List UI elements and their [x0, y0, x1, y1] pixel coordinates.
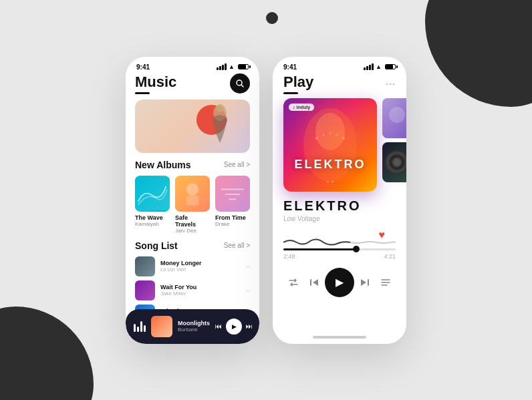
album-grid: The Wave Kamaiyah — [135, 176, 250, 234]
song-item-1[interactable]: Money Longer Lil Uzi Vert ··· — [135, 256, 250, 276]
album-cover-pink — [215, 176, 250, 212]
progress-dot[interactable] — [353, 246, 360, 252]
album-heart-badge: ⌃⌃ — [325, 180, 335, 186]
new-albums-see-all[interactable]: See all > — [224, 161, 250, 168]
now-playing-bar: Moonlights Burbank ⏮ ▶ ⏭ — [126, 309, 259, 344]
search-icon — [236, 79, 244, 87]
song-2-name: Wait For You — [160, 284, 240, 290]
now-playing-info: Moonlights Burbank — [178, 320, 210, 333]
album-item-3[interactable]: From Time Drake — [215, 176, 250, 234]
music-header: Music — [135, 73, 250, 94]
play-title: Play — [283, 73, 313, 91]
play-title-underline — [283, 92, 298, 94]
play-pause-button[interactable]: ▶ — [325, 268, 354, 297]
progress-times: 2:48 4:21 — [283, 253, 396, 260]
svg-rect-4 — [135, 176, 170, 210]
player-content: Play ··· — [273, 73, 406, 332]
equalizer-icon — [134, 321, 146, 332]
repeat-icon — [288, 277, 299, 288]
repeat-button[interactable] — [284, 273, 303, 292]
phones-container: 9:41 ▲ Music — [126, 57, 406, 344]
side-albums — [382, 98, 406, 182]
waveform — [283, 234, 396, 250]
progress-total: 4:21 — [384, 253, 396, 260]
song-thumb-1 — [135, 256, 155, 276]
play-title-block: Play — [283, 73, 313, 94]
song-item-2[interactable]: Wait For You Jake Miller ··· — [135, 280, 250, 301]
np-play-button[interactable]: ▶ — [226, 319, 242, 335]
prev-button[interactable] — [305, 273, 323, 292]
song-list-title: Song List — [135, 240, 178, 251]
track-title: ELEKTRO — [283, 198, 396, 214]
svg-rect-21 — [310, 279, 311, 286]
album-1-artist: Kamaiyah — [135, 221, 159, 227]
main-album-art: ♪ induly ELEKTRO ⌃⌃ — [283, 98, 377, 192]
svg-point-6 — [186, 183, 199, 196]
signal-icon — [217, 63, 227, 70]
battery-icon — [238, 64, 249, 69]
hero-figure — [203, 103, 237, 150]
new-albums-title: New Albums — [135, 160, 191, 170]
player-controls: ▶ — [283, 268, 396, 297]
time-1: 9:41 — [136, 63, 150, 71]
battery-icon-2 — [385, 64, 396, 69]
next-icon — [360, 277, 370, 288]
play-header: Play ··· — [283, 73, 396, 94]
signal-icon-2 — [364, 63, 374, 70]
vinyl-disc — [385, 150, 406, 174]
svg-rect-22 — [368, 279, 369, 286]
blob-decoration-bottom-left — [0, 307, 94, 400]
now-playing-name: Moonlights — [178, 320, 210, 327]
album-2-name: Safe Travels — [175, 214, 210, 228]
song-1-artist: Lil Uzi Vert — [160, 266, 240, 272]
music-title-underline — [135, 92, 150, 94]
album-item-1[interactable]: The Wave Kamaiyah — [135, 176, 170, 234]
album-3-name: From Time — [215, 214, 246, 221]
np-prev-button[interactable]: ⏮ — [215, 323, 222, 330]
wifi-icon: ▲ — [229, 63, 235, 70]
more-options-button[interactable]: ··· — [386, 78, 396, 89]
album-1-name: The Wave — [135, 214, 163, 221]
status-bar-2: 9:41 ▲ — [273, 57, 406, 73]
progress-fill — [283, 248, 356, 250]
music-title: Music — [135, 73, 176, 91]
home-indicator-2 — [313, 336, 366, 339]
search-button[interactable] — [230, 73, 250, 93]
progress-current: 2:48 — [283, 253, 295, 260]
album-item-2[interactable]: Safe Travels Jarv Dee — [175, 176, 210, 234]
dot-decoration-top — [266, 12, 278, 24]
album-art-row: ♪ induly ELEKTRO ⌃⌃ — [283, 98, 396, 192]
svg-line-1 — [241, 85, 243, 87]
album-label-badge: ♪ induly — [289, 104, 314, 111]
status-icons-1: ▲ — [217, 63, 249, 70]
queue-icon — [380, 277, 391, 288]
side-album-2[interactable] — [382, 142, 406, 182]
progress-section: 2:48 4:21 — [283, 234, 396, 260]
prev-icon — [309, 277, 319, 288]
wifi-icon-2: ▲ — [376, 63, 382, 70]
song-1-options[interactable]: ··· — [245, 262, 250, 271]
hero-banner — [135, 99, 250, 153]
track-subtitle: Low Voltage — [283, 215, 396, 222]
side-album-1[interactable] — [382, 98, 406, 138]
next-button[interactable] — [356, 273, 374, 292]
status-icons-2: ▲ — [364, 63, 396, 70]
phone1-content: Music — [126, 73, 259, 344]
now-playing-artist: Burbank — [178, 327, 210, 333]
now-playing-controls: ⏮ ▶ ⏭ — [215, 319, 253, 335]
svg-rect-7 — [186, 195, 199, 205]
track-info: ELEKTRO Low Voltage ♥ — [283, 198, 396, 229]
song-2-options[interactable]: ··· — [245, 286, 250, 295]
blob-decoration-top-right — [425, 0, 532, 107]
phone-player: 9:41 ▲ Play ··· — [273, 57, 406, 344]
album-cover-portrait — [175, 176, 210, 212]
time-2: 9:41 — [283, 63, 297, 71]
album-3-artist: Drake — [215, 221, 229, 227]
song-thumb-2 — [135, 280, 155, 301]
phone-music-list: 9:41 ▲ Music — [126, 57, 259, 344]
np-next-button[interactable]: ⏭ — [246, 323, 253, 330]
queue-button[interactable] — [376, 273, 395, 292]
new-albums-header: New Albums See all > — [135, 160, 250, 170]
song-list-see-all[interactable]: See all > — [224, 242, 250, 249]
album-art-title: ELEKTRO — [294, 158, 366, 172]
